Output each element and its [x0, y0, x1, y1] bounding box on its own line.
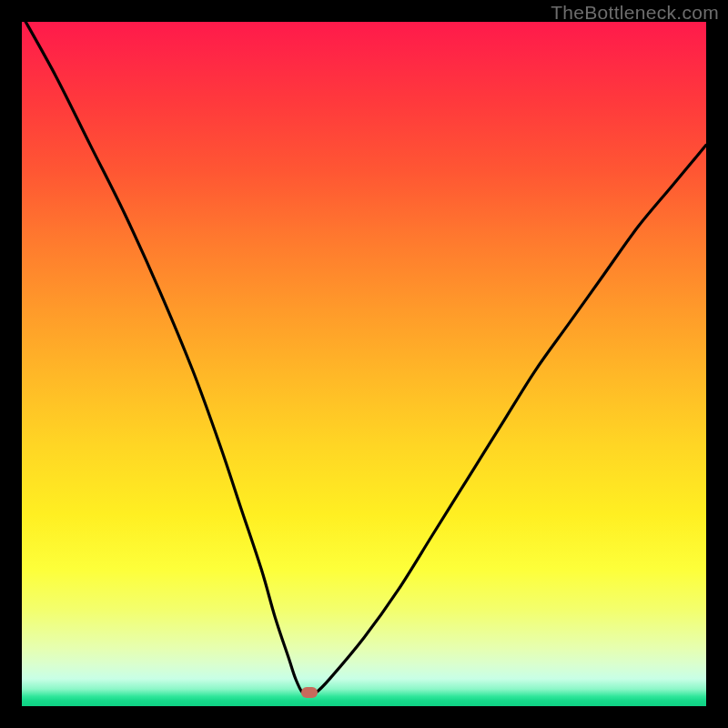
optimum-marker	[301, 687, 318, 698]
bottleneck-curve	[22, 22, 706, 706]
watermark-label: TheBottleneck.com	[551, 2, 719, 24]
chart-frame: TheBottleneck.com	[0, 0, 728, 728]
plot-area	[22, 22, 706, 706]
